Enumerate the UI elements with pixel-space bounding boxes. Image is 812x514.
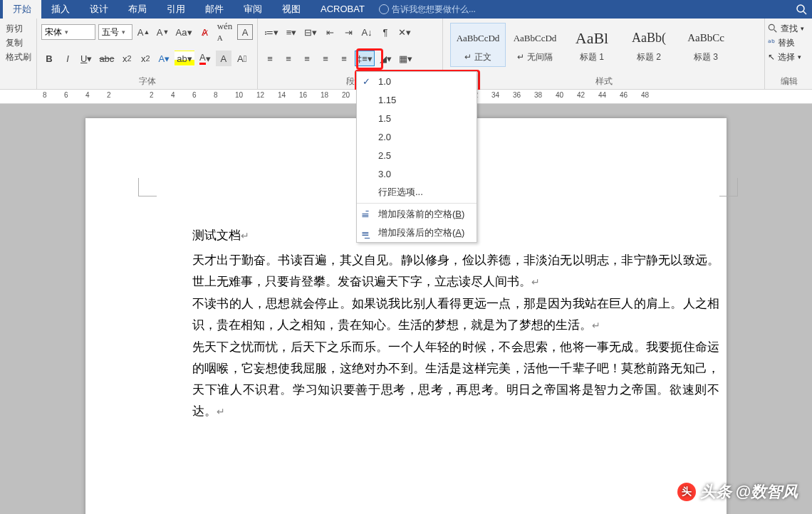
bullets-button[interactable]: ≔▾ <box>262 24 281 40</box>
search-icon-right[interactable] <box>791 0 812 19</box>
format-painter-button[interactable]: 格式刷 <box>4 50 32 64</box>
ls-add-after-label: 增加段落后的空格(A) <box>378 226 464 239</box>
tab-references[interactable]: 引用 <box>157 0 195 19</box>
style-name: 标题 2 <box>637 51 661 63</box>
show-marks-button[interactable]: ¶ <box>378 24 393 40</box>
tab-home[interactable]: 开始 <box>3 0 41 19</box>
tab-acrobat[interactable]: ACROBAT <box>311 0 375 19</box>
phonetic-guide-button[interactable]: wénA <box>215 24 234 40</box>
find-label: 查找 <box>781 23 798 35</box>
bold-button[interactable]: B <box>41 51 57 66</box>
copy-button[interactable]: 复制 <box>4 36 32 50</box>
font-group-label: 字体 <box>41 74 253 88</box>
sort-button[interactable]: A↓ <box>359 24 375 40</box>
char-border-button[interactable]: A⃝ <box>234 51 250 66</box>
tab-insert[interactable]: 插入 <box>41 0 80 19</box>
ls-option-1.5[interactable]: 1.5 <box>357 109 477 127</box>
margin-corner <box>719 178 738 196</box>
svg-line-1 <box>803 11 806 14</box>
distribute-button[interactable]: ≡ <box>336 51 352 66</box>
style-preview: AaBbCcDd <box>514 27 557 50</box>
clipboard-label <box>4 86 32 88</box>
ls-add-after[interactable]: ≡̲ 增加段落后的空格(A) <box>357 224 477 242</box>
tab-mail[interactable]: 邮件 <box>195 0 234 19</box>
align-right-button[interactable]: ≡ <box>299 51 315 66</box>
superscript-button[interactable]: x2 <box>137 51 153 66</box>
watermark-handle: @数智风 <box>736 481 798 503</box>
paragraph-mark-icon: ↵ <box>531 277 540 288</box>
ruler-num: 48 <box>641 91 662 99</box>
increase-indent-button[interactable]: ⇥ <box>340 24 356 40</box>
font-size-combo[interactable]: 五号▾ <box>98 24 133 40</box>
ruler-num: 14 <box>278 91 299 99</box>
asian-layout-button[interactable]: ✕▾ <box>396 24 413 40</box>
grow-font-button[interactable]: A▲ <box>135 24 152 40</box>
replace-button[interactable]: ᵃᵇ 替换 <box>768 36 811 50</box>
enclose-char-button[interactable]: A <box>237 24 253 40</box>
underline-button[interactable]: U▾ <box>78 51 94 66</box>
ls-option-2.0[interactable]: 2.0 <box>357 127 477 146</box>
style-heading2[interactable]: AaBb( 标题 2 <box>621 23 677 67</box>
shrink-font-button[interactable]: A▼ <box>155 24 171 40</box>
styles-group-label: 样式 <box>447 74 760 88</box>
ruler-num: 8 <box>214 91 235 99</box>
ls-option-1.15[interactable]: 1.15 <box>357 90 477 109</box>
clear-format-button[interactable]: A̷ <box>197 24 212 40</box>
search-icon <box>768 23 778 33</box>
font-name-value: 宋体 <box>45 26 62 38</box>
multilevel-button[interactable]: ⊟▾ <box>302 24 319 40</box>
subscript-button[interactable]: x2 <box>119 51 135 66</box>
select-label: 选择 <box>778 51 795 63</box>
ruler-num: 36 <box>513 91 534 99</box>
numbering-button[interactable]: ≡▾ <box>283 24 299 40</box>
ls-option-1.0[interactable]: 1.0 <box>357 72 477 90</box>
ruler-num: 2 <box>107 91 128 99</box>
chevron-down-icon: ▾ <box>122 28 125 36</box>
editing-group-label: 编辑 <box>768 74 811 88</box>
tab-design[interactable]: 设计 <box>80 0 118 19</box>
watermark-prefix: 头条 <box>700 481 732 503</box>
tell-me-hint[interactable]: 告诉我您想要做什么... <box>375 4 476 16</box>
tab-review[interactable]: 审阅 <box>234 0 272 19</box>
strike-button[interactable]: abc <box>97 51 116 66</box>
justify-button[interactable]: ≡ <box>318 51 333 66</box>
cut-button[interactable]: 剪切 <box>4 21 32 36</box>
paragraph-mark-icon: ↵ <box>241 231 249 241</box>
font-name-combo[interactable]: 宋体▾ <box>41 24 95 40</box>
shading-button[interactable]: ◢▾ <box>378 51 394 66</box>
font-group: 宋体▾ 五号▾ A▲ A▼ Aa▾ A̷ wénA A B I U▾ abc x… <box>37 19 258 89</box>
ruler-num: 40 <box>556 91 577 99</box>
tab-layout[interactable]: 布局 <box>118 0 157 19</box>
style-heading1[interactable]: AaBl 标题 1 <box>564 23 620 67</box>
font-color-button[interactable]: A▾ <box>197 51 213 66</box>
svg-line-3 <box>774 30 777 33</box>
align-center-button[interactable]: ≡ <box>281 51 296 66</box>
doc-paragraph: 天才出于勤奋。书读百遍，其义自见。静以修身，俭以养德，非淡泊无以明志，非宁静无以… <box>192 253 719 288</box>
align-left-button[interactable]: ≡ <box>262 51 278 66</box>
italic-button[interactable]: I <box>60 51 76 66</box>
find-button[interactable]: 查找▾ <box>768 21 811 36</box>
highlight-button[interactable]: ab▾ <box>175 51 194 66</box>
style-no-spacing[interactable]: AaBbCcDd ↵ 无间隔 <box>507 23 563 67</box>
ruler-num: 6 <box>192 91 214 99</box>
ruler-num: 42 <box>577 91 598 99</box>
ls-option-2.5[interactable]: 2.5 <box>357 146 477 164</box>
ls-option-3.0[interactable]: 3.0 <box>357 164 477 183</box>
char-shading-button[interactable]: A <box>216 51 231 66</box>
change-case-button[interactable]: Aa▾ <box>174 24 194 40</box>
document-content[interactable]: 测试文档↵ 天才出于勤奋。书读百遍，其义自见。静以修身，俭以养德，非淡泊无以明志… <box>192 225 719 423</box>
select-button[interactable]: ↖ 选择▾ <box>768 50 811 64</box>
style-gallery[interactable]: AaBbCcDd ↵ 正文 AaBbCcDd ↵ 无间隔 AaBl 标题 1 A… <box>447 21 760 68</box>
style-normal[interactable]: AaBbCcDd ↵ 正文 <box>450 23 506 67</box>
ls-more-options[interactable]: 行距选项... <box>357 183 477 201</box>
decrease-indent-button[interactable]: ⇤ <box>322 24 338 40</box>
ls-add-before[interactable]: ≡̄ 增加段落前的空格(B) <box>357 205 477 224</box>
line-spacing-button[interactable]: ‡≡▾ <box>355 51 375 66</box>
borders-button[interactable]: ▦▾ <box>397 51 415 66</box>
ruler-num: 10 <box>235 91 256 99</box>
ruler-num: 2 <box>150 91 171 99</box>
tab-view[interactable]: 视图 <box>272 0 311 19</box>
text-effects-button[interactable]: A▾ <box>156 51 172 66</box>
paragraph-mark-icon: ↵ <box>217 407 225 417</box>
style-heading3[interactable]: AaBbCc 标题 3 <box>678 23 734 67</box>
